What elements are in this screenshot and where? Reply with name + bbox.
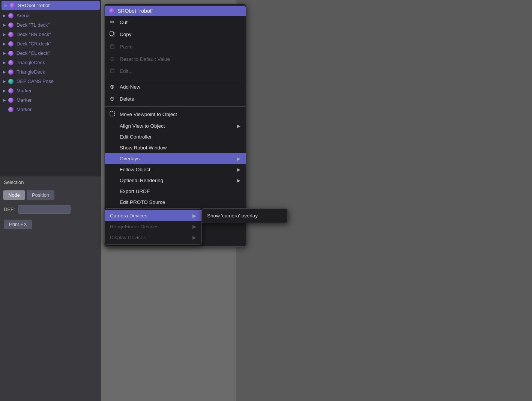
menu-item-cut[interactable]: ✂ Cut xyxy=(105,16,246,28)
show-camera-overlay-label: Show 'camera' overlay xyxy=(207,213,258,219)
context-menu-title-label: SRObot "robot" xyxy=(117,8,153,14)
menu-item-paste[interactable]: Paste xyxy=(105,41,246,53)
submenu-rangefinder-label: RangeFinder Devices xyxy=(110,224,192,229)
tree-item-label: SRObot "robot" xyxy=(18,3,51,8)
tree-panel: ▶ SRObot "robot" ▶ Arena ▶ Deck "TL deck… xyxy=(0,0,101,176)
menu-item-edit-proto-label: Edit PROTO Source xyxy=(120,199,240,205)
menu-item-move-viewpoint[interactable]: Move Viewpoint to Object xyxy=(105,108,246,121)
separator-1 xyxy=(105,79,246,79)
svg-rect-5 xyxy=(111,69,113,70)
def-label: DEF: xyxy=(4,207,15,212)
tree-item-deck-cr[interactable]: ▶ Deck "CR deck" xyxy=(0,39,101,48)
tree-arrow: ▶ xyxy=(3,51,6,55)
tree-dot xyxy=(8,13,14,18)
tree-item-label: TriangleDeck xyxy=(17,69,45,75)
menu-item-edit-proto[interactable]: Edit PROTO Source xyxy=(105,197,246,208)
overlays-submenu: Camera Devices ▶ RangeFinder Devices ▶ D… xyxy=(104,208,202,245)
submenu-display-label: Display Devices xyxy=(110,235,192,240)
tree-arrow: ▶ xyxy=(3,60,6,65)
menu-item-export-urdf[interactable]: Export URDF xyxy=(105,186,246,197)
tree-item-triangledeck1[interactable]: ▶ TriangleDeck xyxy=(0,58,101,67)
tree-dot xyxy=(8,88,14,93)
tree-arrow: ▶ xyxy=(3,70,6,74)
menu-item-edit-controller[interactable]: Edit Controller xyxy=(105,131,246,142)
tree-item-label: Deck "CL deck" xyxy=(17,50,50,56)
tabs-row: Node Position xyxy=(0,188,101,202)
submenu-item-rangefinder[interactable]: RangeFinder Devices ▶ xyxy=(105,221,201,232)
context-menu-title: SRObot "robot" xyxy=(105,6,246,16)
menu-item-optional-rendering-label: Optional Rendering xyxy=(120,178,233,183)
tree-item-arena[interactable]: ▶ Arena xyxy=(0,11,101,20)
tree-dot xyxy=(8,79,14,84)
menu-item-move-viewpoint-label: Move Viewpoint to Object xyxy=(120,112,240,117)
svg-rect-6 xyxy=(110,112,114,116)
move-viewpoint-icon xyxy=(108,111,116,118)
menu-item-delete[interactable]: ⊖ Delete xyxy=(105,93,246,105)
paste-icon xyxy=(108,43,116,50)
menu-item-reset[interactable]: ⊙ Reset to Default Value xyxy=(105,53,246,65)
tree-item-deck-tl[interactable]: ▶ Deck "TL deck" xyxy=(0,20,101,30)
menu-item-follow-object-label: Follow Object xyxy=(120,167,233,172)
tree-item-label: Arena xyxy=(17,13,30,18)
chevron-right-icon: ▶ xyxy=(237,178,240,183)
menu-item-follow-object[interactable]: Follow Object ▶ xyxy=(105,164,246,175)
print-button[interactable]: Print EX xyxy=(4,220,32,229)
def-row: DEF: xyxy=(0,202,101,217)
tree-dot xyxy=(8,41,14,47)
tree-arrow: ▶ xyxy=(3,98,6,102)
menu-item-edit-label: Edit... xyxy=(120,68,240,74)
menu-item-reset-label: Reset to Default Value xyxy=(120,56,240,62)
tree-item-srobot[interactable]: ▶ SRObot "robot" xyxy=(2,1,100,10)
tree-dot xyxy=(8,60,14,65)
tree-item-deck-cl[interactable]: ▶ Deck "CL deck" xyxy=(0,48,101,58)
menu-item-cut-label: Cut xyxy=(120,20,240,25)
tree-item-label: Marker xyxy=(17,88,32,93)
menu-item-copy[interactable]: Copy xyxy=(105,28,246,41)
menu-item-edit-controller-label: Edit Controller xyxy=(120,134,240,140)
tree-dot xyxy=(8,107,14,112)
chevron-right-icon: ▶ xyxy=(192,235,196,240)
menu-item-delete-label: Delete xyxy=(120,96,240,102)
submenu-camera-label: Camera Devices xyxy=(110,213,192,219)
menu-item-overlays[interactable]: Overlays ▶ xyxy=(105,153,246,164)
submenu-item-display-devices[interactable]: Display Devices ▶ xyxy=(105,232,201,243)
tab-node[interactable]: Node xyxy=(3,190,25,200)
right-panel-bg xyxy=(236,0,532,401)
tree-dot xyxy=(8,32,14,37)
delete-icon: ⊖ xyxy=(108,95,116,102)
menu-item-add-new[interactable]: ⊕ Add New xyxy=(105,81,246,93)
chevron-right-icon: ▶ xyxy=(192,213,196,219)
submenu2-item-show-camera-overlay[interactable]: Show 'camera' overlay xyxy=(202,210,287,221)
menu-item-copy-label: Copy xyxy=(120,32,240,37)
edit-icon xyxy=(108,68,116,75)
menu-item-overlays-label: Overlays xyxy=(120,156,233,161)
tree-arrow: ▶ xyxy=(3,89,6,93)
menu-item-show-robot[interactable]: Show Robot Window xyxy=(105,142,246,153)
camera-devices-submenu: Show 'camera' overlay xyxy=(201,208,288,223)
tree-item-marker3[interactable]: ▶ Marker xyxy=(0,105,101,114)
selection-panel: Selection Node Position DEF: Print EX xyxy=(0,176,101,401)
tree-item-marker2[interactable]: ▶ Marker xyxy=(0,95,101,105)
tree-item-def-cans[interactable]: ▶ DEF CANS Pose xyxy=(0,77,101,86)
reset-icon: ⊙ xyxy=(108,56,116,62)
tree-item-label: Deck "BR deck" xyxy=(17,32,51,37)
submenu-item-camera-devices[interactable]: Camera Devices ▶ xyxy=(105,210,201,221)
menu-item-align-view[interactable]: Align View to Object ▶ xyxy=(105,121,246,131)
svg-rect-1 xyxy=(110,32,113,35)
tree-item-triangledeck2[interactable]: ▶ TriangleDeck xyxy=(0,67,101,77)
tree-dot xyxy=(8,69,14,75)
chevron-right-icon: ▶ xyxy=(237,123,240,129)
separator-2 xyxy=(105,106,246,107)
menu-item-optional-rendering[interactable]: Optional Rendering ▶ xyxy=(105,175,246,186)
tree-arrow: ▶ xyxy=(3,42,6,46)
tree-item-marker1[interactable]: ▶ Marker xyxy=(0,86,101,95)
menu-item-export-urdf-label: Export URDF xyxy=(120,188,240,194)
selection-header: Selection xyxy=(0,176,101,188)
tree-item-deck-br[interactable]: ▶ Deck "BR deck" xyxy=(0,30,101,39)
tree-dot xyxy=(8,98,14,103)
tree-item-label: Deck "TL deck" xyxy=(17,22,50,28)
menu-item-edit[interactable]: Edit... xyxy=(105,65,246,77)
tree-item-label: Marker xyxy=(17,97,32,103)
tab-position[interactable]: Position xyxy=(27,190,54,200)
def-input[interactable] xyxy=(18,205,71,214)
